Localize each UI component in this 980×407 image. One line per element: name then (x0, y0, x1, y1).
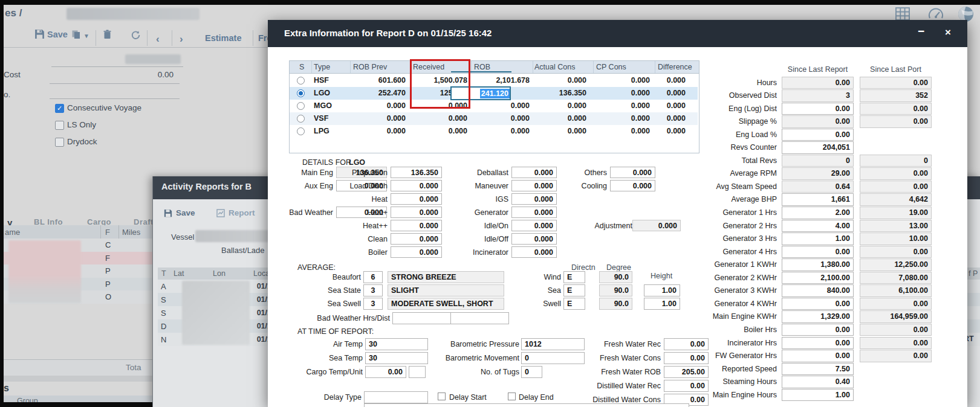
eng-log-dist-since-last-report[interactable]: 0.00 (782, 103, 854, 115)
save-button[interactable]: Save (47, 30, 68, 39)
average-bhp-since-last-report[interactable]: 1,661 (782, 193, 854, 206)
fuel-row-select-radio[interactable] (297, 77, 305, 85)
total-revs-label: Total Revs (742, 156, 777, 165)
rob-input[interactable]: 241.120 (450, 86, 511, 100)
generator-4-kwhr-since-last-port: 0.00 (860, 298, 932, 310)
wind-direction-input[interactable]: E (563, 271, 585, 283)
checkbox-consecutive-voyage[interactable]: ✓ (55, 104, 64, 113)
idle-on-input[interactable]: 0.000 (511, 220, 557, 231)
air-temp-input[interactable]: 30 (365, 338, 428, 350)
fresh-water-rob-input[interactable]: 205.00 (664, 366, 709, 378)
sea-temp-input[interactable]: 30 (365, 352, 428, 364)
generator-1-kwhr-since-last-report[interactable]: 1,380.00 (782, 258, 854, 271)
maneuver-input[interactable]: 0.000 (511, 180, 557, 191)
generator-4-kwhr-since-last-report[interactable]: 0.00 (782, 298, 854, 310)
fuel-row-hsf[interactable]: HSF601.6001,500.0782,101.6780.0000.0000.… (290, 74, 698, 87)
revs-counter-since-last-report[interactable]: 204,051 (782, 141, 854, 154)
steaming-hours-label: Steaming Hours (722, 377, 777, 386)
steaming-hours-since-last-report[interactable]: 0.40 (782, 376, 854, 388)
activity-save-button[interactable]: Save (176, 208, 195, 217)
fuel-row-select-radio[interactable] (297, 115, 305, 123)
fuel-column-header-cp-cons: CP Cons (596, 63, 626, 71)
heat--input[interactable]: 0.000 (391, 220, 442, 231)
generator-2-kwhr-since-last-report[interactable]: 2,100.00 (782, 272, 854, 284)
adjustment-label: Adjustment (594, 222, 632, 230)
fuel-row-select-radio[interactable] (297, 127, 305, 135)
fuel-row-select-radio[interactable] (297, 102, 305, 110)
deballast-input[interactable]: 0.000 (511, 167, 557, 178)
barometric-movement-input[interactable]: 0 (521, 352, 585, 364)
fresh-water-rec-input[interactable]: 0.00 (664, 338, 709, 350)
delay-start-checkbox[interactable] (438, 393, 446, 400)
generator-4-hrs-since-last-report[interactable]: 0.00 (782, 246, 854, 258)
fresh-water-cons-input[interactable]: 0.00 (664, 352, 709, 364)
fuel-cell-received: 0.000 (401, 101, 467, 110)
sea-state-input[interactable]: 3 (363, 284, 383, 296)
sea-height-input[interactable]: 1.00 (644, 284, 680, 296)
beaufort-input[interactable]: 6 (363, 271, 383, 283)
main-engine-kwhr-since-last-report[interactable]: 1,329.00 (782, 310, 854, 323)
generator-3-hrs-since-last-report[interactable]: 1.00 (782, 232, 854, 245)
minimize-button[interactable]: − (918, 25, 924, 38)
eng-load--since-last-report[interactable]: 0.00 (782, 129, 854, 141)
redacted-title (67, 8, 200, 20)
copy-icon[interactable] (71, 30, 81, 39)
cooling-input[interactable]: 0.000 (610, 180, 655, 191)
sea-swell-input[interactable]: 3 (363, 298, 383, 310)
bad-weather-dist-input[interactable] (450, 312, 509, 324)
clean-input[interactable]: 0.000 (391, 233, 442, 245)
checkbox-drydock[interactable] (55, 138, 64, 147)
reported-speed-since-last-report[interactable]: 7.50 (782, 363, 854, 376)
incinerator-input[interactable]: 0.000 (511, 246, 557, 258)
barometric-pressure-input[interactable]: 1012 (521, 338, 585, 350)
grid-view-icon[interactable] (895, 7, 910, 21)
fuel-row-select-radio[interactable] (297, 89, 305, 97)
swell-label: Swell (543, 300, 561, 308)
prev-button[interactable]: ‹ (156, 33, 160, 45)
heat-input[interactable]: 0.000 (391, 193, 442, 205)
sea-direction-input[interactable]: E (563, 284, 585, 296)
fuel-row-lpg[interactable]: LPG0.0000.0000.0000.0000.0000.000 (290, 125, 698, 138)
checkbox-ls-only[interactable] (55, 121, 64, 130)
others-input[interactable]: 0.000 (610, 167, 655, 178)
cargo-temp-unit-input[interactable]: 0.00 (365, 366, 406, 378)
generator-2-hrs-since-last-report[interactable]: 4.00 (782, 220, 854, 232)
generator-input[interactable]: 0.000 (511, 207, 557, 218)
swell-direction-input[interactable]: E (563, 298, 585, 310)
delay-type-input[interactable] (364, 391, 428, 403)
bad-weather-hrs-input[interactable] (392, 312, 451, 324)
fuel-row-vsf[interactable]: VSF0.0000.0000.0000.0000.0000.000 (290, 112, 698, 125)
save-icon (34, 29, 45, 39)
idle-off-input[interactable]: 0.000 (511, 233, 557, 245)
slippage--label: Slippage % (739, 117, 777, 126)
no.-of-tugs-input[interactable]: 0 (521, 366, 542, 378)
refresh-icon[interactable] (131, 30, 141, 40)
activity-report-button[interactable]: Report (229, 208, 255, 217)
generator-3-kwhr-since-last-report[interactable]: 840.00 (782, 284, 854, 297)
distilled-water-rec-input[interactable]: 0.00 (664, 380, 709, 392)
heat--input[interactable]: 0.000 (391, 207, 442, 218)
main-engine-hours-since-last-report[interactable]: 1.00 (782, 389, 854, 402)
swell-height-input[interactable]: 1.00 (644, 298, 680, 310)
delay-remarks-input[interactable] (364, 403, 689, 407)
cargo-temp-unit-unit-input[interactable] (409, 366, 426, 378)
delay-end-checkbox[interactable] (508, 393, 516, 400)
boiler-hrs-since-last-report[interactable]: 0.00 (782, 324, 854, 336)
generator-1-hrs-since-last-report[interactable]: 2.00 (782, 207, 854, 219)
copy-dropdown-caret-icon[interactable]: ▼ (83, 33, 89, 39)
fw-generator-hrs-since-last-report[interactable]: 0.00 (782, 350, 854, 362)
delay-start-label: Delay Start (449, 393, 487, 402)
estimate-button[interactable]: Estimate (205, 33, 241, 43)
average-section-label: AVERAGE: (297, 263, 336, 272)
load-disch-input[interactable]: 0.000 (391, 180, 442, 191)
propulsion-input[interactable]: 136.350 (391, 167, 442, 178)
close-button[interactable]: × (945, 27, 951, 39)
fuel-row-mgo[interactable]: MGO0.0000.0000.0000.0000.0000.000 (290, 100, 698, 112)
dashboard-gauge-icon[interactable] (928, 7, 944, 21)
delete-icon[interactable] (103, 30, 112, 39)
dialog-header[interactable]: Extra Information for Report D on 01/15/… (268, 20, 967, 47)
incinerator-hrs-since-last-report[interactable]: 0.00 (782, 337, 854, 350)
igs-input[interactable]: 0.000 (511, 193, 557, 205)
boiler-input[interactable]: 0.000 (391, 246, 442, 258)
next-button[interactable]: › (180, 33, 183, 45)
